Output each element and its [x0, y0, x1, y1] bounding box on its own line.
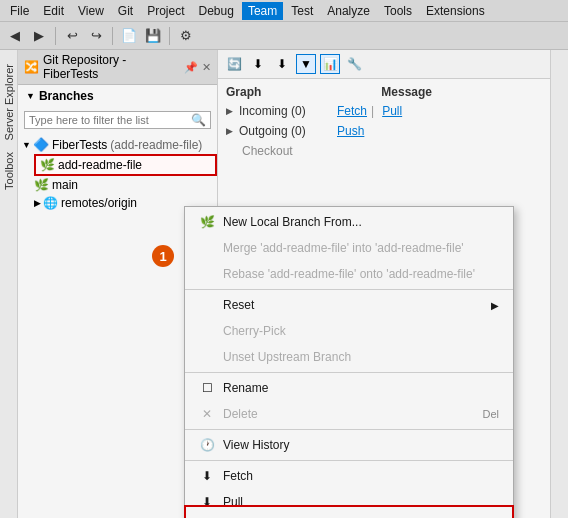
git-panel-header: 🔀 Git Repository - FiberTests 📌 ✕	[18, 50, 217, 85]
server-explorer-label[interactable]: Server Explorer	[1, 60, 17, 144]
cherry-pick-icon	[199, 323, 215, 339]
main-area: Server Explorer Toolbox 🔀 Git Repository…	[0, 50, 568, 518]
menu-view[interactable]: View	[72, 2, 110, 20]
rebase-icon	[199, 266, 215, 282]
menu-git[interactable]: Git	[112, 2, 139, 20]
search-icon: 🔍	[191, 113, 206, 127]
redo-button[interactable]: ↪	[85, 25, 107, 47]
graph-column-header: Graph	[226, 85, 261, 99]
message-column-header: Message	[381, 85, 432, 99]
menu-edit[interactable]: Edit	[37, 2, 70, 20]
ctx-rebase-label: Rebase 'add-readme-file' onto 'add-readm…	[223, 267, 475, 281]
git-repo-icon: 🔀	[24, 60, 39, 74]
delete-icon: ✕	[199, 406, 215, 422]
ctx-sep-4	[185, 460, 513, 461]
toolbox-label[interactable]: Toolbox	[1, 148, 17, 194]
incoming-row[interactable]: ▶ Incoming (0) Fetch | Pull	[218, 101, 550, 121]
ctx-unset-upstream-label: Unset Upstream Branch	[223, 350, 351, 364]
rename-icon: ☐	[199, 380, 215, 396]
new-file-button[interactable]: 📄	[118, 25, 140, 47]
ctx-merge[interactable]: Merge 'add-readme-file' into 'add-readme…	[185, 235, 513, 261]
menu-file[interactable]: File	[4, 2, 35, 20]
left-sidebar-labels: Server Explorer Toolbox	[0, 50, 18, 518]
ctx-delete-label: Delete	[223, 407, 258, 421]
branches-header: ▼ Branches	[18, 85, 217, 107]
ctx-rename[interactable]: ☐ Rename	[185, 375, 513, 401]
toolbar-separator-2	[112, 27, 113, 45]
branch-add-readme-file[interactable]: 🌿 add-readme-file	[34, 154, 217, 176]
repo-root-item[interactable]: ▼ 🔷 FiberTests (add-readme-file)	[18, 135, 217, 154]
menu-test[interactable]: Test	[285, 2, 319, 20]
checkout-label: Checkout	[218, 141, 550, 161]
menu-tools[interactable]: Tools	[378, 2, 418, 20]
fetch-icon: ⬇	[199, 468, 215, 484]
close-git-panel-button[interactable]: ✕	[202, 61, 211, 74]
fetch-link[interactable]: Fetch	[337, 104, 367, 118]
pull-link[interactable]: Pull	[382, 104, 402, 118]
refresh-button[interactable]: 🔄	[224, 54, 244, 74]
branch-icon-main: 🌿	[34, 178, 49, 192]
branch-main[interactable]: 🌿 main	[30, 176, 217, 194]
ctx-fetch[interactable]: ⬇ Fetch	[185, 463, 513, 489]
right-edge	[550, 50, 568, 518]
branch-filter-input[interactable]	[29, 114, 191, 126]
graph-toolbar-button[interactable]: 📊	[320, 54, 340, 74]
ctx-rebase[interactable]: Rebase 'add-readme-file' onto 'add-readm…	[185, 261, 513, 287]
menu-project[interactable]: Project	[141, 2, 190, 20]
repo-icon: 🔷	[33, 137, 49, 152]
ctx-new-local-branch[interactable]: 🌿 New Local Branch From...	[185, 209, 513, 235]
incoming-label: Incoming (0)	[239, 104, 329, 118]
menu-debug[interactable]: Debug	[193, 2, 240, 20]
incoming-expand-arrow[interactable]: ▶	[226, 106, 233, 116]
ctx-view-history-label: View History	[223, 438, 289, 452]
menu-extensions[interactable]: Extensions	[420, 2, 491, 20]
ctx-pull[interactable]: ⬇ Pull	[185, 489, 513, 515]
menu-analyze[interactable]: Analyze	[321, 2, 376, 20]
repo-expand-arrow[interactable]: ▼	[22, 140, 31, 150]
fetch-toolbar-button[interactable]: ⬇	[248, 54, 268, 74]
git-panel-title-group: 🔀 Git Repository - FiberTests	[24, 53, 180, 81]
ctx-merge-label: Merge 'add-readme-file' into 'add-readme…	[223, 241, 464, 255]
toolbar-separator-1	[55, 27, 56, 45]
ctx-cherry-pick-label: Cherry-Pick	[223, 324, 286, 338]
pull-toolbar-button[interactable]: ⬇	[272, 54, 292, 74]
outgoing-row[interactable]: ▶ Outgoing (0) Push	[218, 121, 550, 141]
outgoing-label: Outgoing (0)	[239, 124, 329, 138]
filter-toolbar-button[interactable]: ▼	[296, 54, 316, 74]
ctx-delete[interactable]: ✕ Delete Del	[185, 401, 513, 427]
pull-icon: ⬇	[199, 494, 215, 510]
ctx-fetch-label: Fetch	[223, 469, 253, 483]
view-history-icon: 🕐	[199, 437, 215, 453]
branches-collapse-arrow[interactable]: ▼	[26, 91, 35, 101]
branch-name-remotes: remotes/origin	[61, 196, 137, 210]
outgoing-expand-arrow[interactable]: ▶	[226, 126, 233, 136]
undo-button[interactable]: ↩	[61, 25, 83, 47]
branch-filter-box[interactable]: 🔍	[24, 111, 211, 129]
context-menu: 🌿 New Local Branch From... Merge 'add-re…	[184, 206, 514, 518]
ctx-new-local-branch-label: New Local Branch From...	[223, 215, 362, 229]
commits-header: Graph Message	[218, 83, 550, 101]
branch-name-main: main	[52, 178, 78, 192]
new-branch-icon: 🌿	[199, 214, 215, 230]
ctx-reset[interactable]: Reset ▶	[185, 292, 513, 318]
toolbar: ◀ ▶ ↩ ↪ 📄 💾 ⚙	[0, 22, 568, 50]
ctx-sep-2	[185, 372, 513, 373]
reset-arrow-icon: ▶	[491, 300, 499, 311]
ctx-view-history[interactable]: 🕐 View History	[185, 432, 513, 458]
repo-branch-hint: (add-readme-file)	[110, 138, 202, 152]
repo-name: FiberTests	[52, 138, 107, 152]
forward-button[interactable]: ▶	[28, 25, 50, 47]
ctx-cherry-pick[interactable]: Cherry-Pick	[185, 318, 513, 344]
push-link[interactable]: Push	[337, 124, 364, 138]
menu-bar: File Edit View Git Project Debug Team Te…	[0, 0, 568, 22]
settings-toolbar-button[interactable]: 🔧	[344, 54, 364, 74]
save-button[interactable]: 💾	[142, 25, 164, 47]
ctx-unset-upstream[interactable]: Unset Upstream Branch	[185, 344, 513, 370]
back-button[interactable]: ◀	[4, 25, 26, 47]
toolbar-separator-3	[169, 27, 170, 45]
remotes-expand-arrow[interactable]: ▶	[34, 198, 41, 208]
pin-icon[interactable]: 📌	[184, 61, 198, 74]
settings-button[interactable]: ⚙	[175, 25, 197, 47]
separator-pipe: |	[371, 104, 374, 118]
menu-team[interactable]: Team	[242, 2, 283, 20]
